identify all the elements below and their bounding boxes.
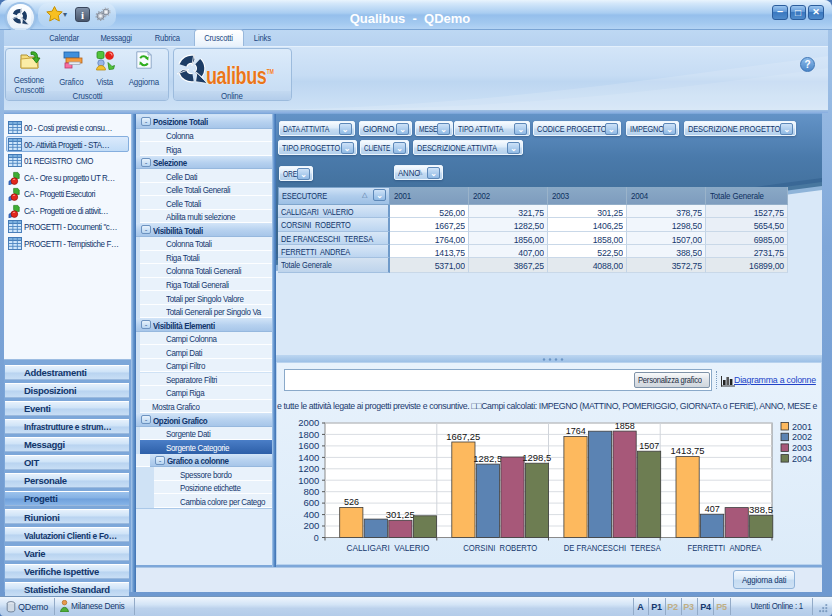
svg-text:1800: 1800: [298, 429, 319, 440]
svg-text:2004: 2004: [792, 453, 813, 464]
svg-text:200: 200: [303, 520, 319, 531]
svg-text:CALLIGARI VALERIO: CALLIGARI VALERIO: [347, 542, 430, 553]
svg-text:2002: 2002: [792, 431, 812, 442]
svg-text:1400: 1400: [298, 452, 319, 463]
svg-text:1507: 1507: [639, 440, 659, 451]
svg-text:301,25: 301,25: [386, 509, 416, 520]
svg-text:526: 526: [344, 496, 359, 507]
svg-text:0: 0: [314, 532, 319, 543]
svg-text:1000: 1000: [298, 475, 319, 486]
svg-text:600: 600: [303, 497, 319, 508]
svg-text:1667,25: 1667,25: [446, 431, 481, 442]
svg-text:2003: 2003: [792, 442, 813, 453]
svg-text:1413,75: 1413,75: [671, 445, 706, 456]
svg-text:800: 800: [303, 486, 319, 497]
svg-text:CORSINI ROBERTO: CORSINI ROBERTO: [463, 542, 537, 553]
svg-text:1764: 1764: [566, 425, 587, 436]
svg-text:1282,5: 1282,5: [473, 453, 503, 464]
svg-text:1858: 1858: [615, 420, 636, 431]
svg-text:407: 407: [705, 503, 720, 514]
svg-text:400: 400: [303, 509, 319, 520]
svg-text:1600: 1600: [298, 440, 319, 451]
svg-text:2000: 2000: [298, 417, 319, 428]
svg-text:FERRETTI ANDREA: FERRETTI ANDREA: [688, 542, 762, 553]
svg-text:1200: 1200: [298, 463, 319, 474]
svg-text:1298,5: 1298,5: [522, 452, 552, 463]
svg-text:DE FRANCESCHI TERESA: DE FRANCESCHI TERESA: [564, 542, 661, 553]
svg-text:388,5: 388,5: [749, 504, 774, 515]
svg-text:2001: 2001: [792, 421, 812, 432]
